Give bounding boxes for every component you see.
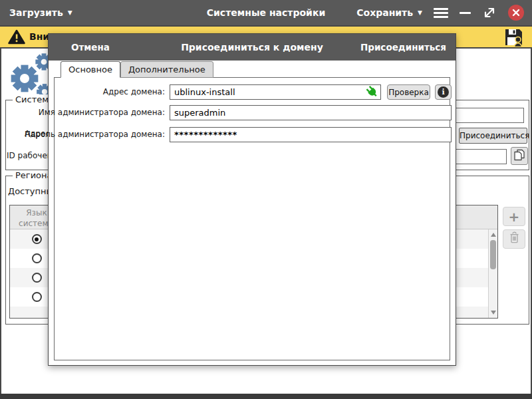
minimize-icon[interactable] <box>460 12 471 14</box>
copy-button[interactable] <box>511 147 528 165</box>
warning-triangle-icon <box>8 29 25 47</box>
join-button-background[interactable]: Присоединиться <box>459 128 527 144</box>
info-icon: i <box>438 86 449 98</box>
join-button[interactable]: Присоединиться <box>360 42 446 53</box>
dialog-tabs: Основное Дополнительное <box>61 61 213 78</box>
scroll-up-icon[interactable] <box>491 233 496 237</box>
domain-address-field-wrap <box>170 84 381 100</box>
delete-language-button[interactable] <box>503 229 525 249</box>
chevron-down-icon: ▼ <box>418 10 422 16</box>
join-domain-dialog: Отмена Присоединиться к домену Присоедин… <box>48 33 456 366</box>
language-radio[interactable] <box>32 253 42 263</box>
scroll-down-icon[interactable] <box>491 311 496 315</box>
copy-icon <box>513 148 526 164</box>
tab-basic[interactable]: Основное <box>61 61 120 78</box>
window-title: Системные настройки <box>207 7 325 18</box>
chevron-down-icon: ▼ <box>68 10 72 16</box>
admin-name-input[interactable] <box>170 105 452 120</box>
save-floppy-icon[interactable] <box>503 28 524 49</box>
add-language-button[interactable]: + <box>503 207 525 226</box>
trash-icon <box>509 231 520 247</box>
domain-address-label: Адрес домена: <box>103 84 165 100</box>
language-radio[interactable] <box>32 292 42 302</box>
save-menu-button[interactable]: Сохранить ▼ <box>356 7 422 18</box>
tab-additional[interactable]: Дополнительное <box>120 61 213 78</box>
expand-icon[interactable] <box>482 5 497 20</box>
cancel-button[interactable]: Отмена <box>71 42 110 53</box>
basic-tab-panel: Адрес домена: Проверка i Имя администрат… <box>54 77 450 360</box>
language-radio[interactable] <box>32 273 42 283</box>
admin-password-field-wrap <box>170 127 452 142</box>
hamburger-menu-icon[interactable] <box>434 7 448 19</box>
admin-password-label: Пароль администратора домена: <box>25 127 165 142</box>
admin-name-field-wrap <box>170 105 452 120</box>
domain-address-input[interactable] <box>170 84 381 100</box>
admin-name-label: Имя администратора домена: <box>39 105 165 120</box>
dialog-header: Отмена Присоединиться к домену Присоедин… <box>49 34 456 61</box>
dialog-title: Присоединиться к домену <box>181 42 323 53</box>
check-button[interactable]: Проверка <box>387 84 430 100</box>
title-bar: Загрузить ▼ Системные настройки Сохранит… <box>0 0 532 25</box>
admin-password-input[interactable] <box>170 127 452 142</box>
add-icon: + <box>509 209 520 225</box>
bottom-bar <box>0 394 532 399</box>
close-icon[interactable] <box>508 5 524 21</box>
language-radio-selected[interactable] <box>32 234 42 244</box>
load-menu-label: Загрузить <box>9 7 63 18</box>
scrollbar-thumb[interactable] <box>490 240 496 269</box>
load-menu-button[interactable]: Загрузить ▼ <box>9 7 72 18</box>
table-scrollbar[interactable] <box>488 229 497 318</box>
save-menu-label: Сохранить <box>356 7 413 18</box>
info-button[interactable]: i <box>435 84 452 100</box>
plug-connected-icon <box>366 86 379 101</box>
